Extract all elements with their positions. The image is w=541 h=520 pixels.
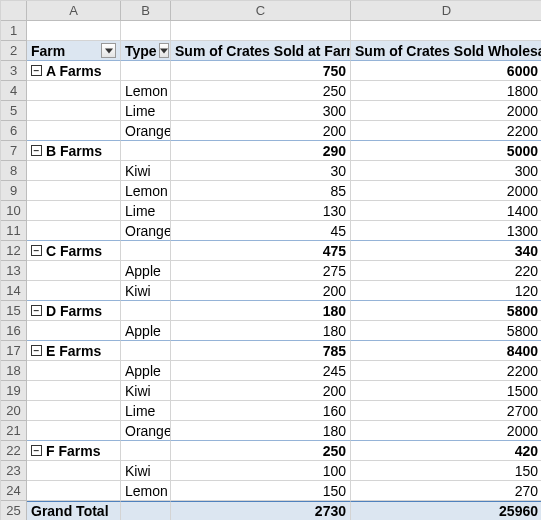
detail-sum-wholesale: 120 xyxy=(351,281,541,301)
detail-farm-empty[interactable] xyxy=(27,421,121,441)
group-name-cell[interactable]: −A Farms xyxy=(27,61,121,81)
row-header-15[interactable]: 15 xyxy=(1,301,27,321)
row-header-4[interactable]: 4 xyxy=(1,81,27,101)
row-header-8[interactable]: 8 xyxy=(1,161,27,181)
row-header-12[interactable]: 12 xyxy=(1,241,27,261)
group-sum-farm: 180 xyxy=(171,301,351,321)
detail-farm-empty[interactable] xyxy=(27,281,121,301)
row-header-10[interactable]: 10 xyxy=(1,201,27,221)
detail-type[interactable]: Lemon xyxy=(121,81,171,101)
row-header-19[interactable]: 19 xyxy=(1,381,27,401)
row-header-18[interactable]: 18 xyxy=(1,361,27,381)
detail-sum-farm: 160 xyxy=(171,401,351,421)
detail-sum-farm: 300 xyxy=(171,101,351,121)
pivot-header-type[interactable]: Type xyxy=(121,41,171,61)
group-name-cell[interactable]: −F Farms xyxy=(27,441,121,461)
detail-type[interactable]: Lime xyxy=(121,201,171,221)
col-header-A[interactable]: A xyxy=(27,1,121,21)
group-type-empty[interactable] xyxy=(121,241,171,261)
empty-cell[interactable] xyxy=(351,21,541,41)
detail-type[interactable]: Orange xyxy=(121,421,171,441)
group-name-cell[interactable]: −C Farms xyxy=(27,241,121,261)
detail-farm-empty[interactable] xyxy=(27,121,121,141)
detail-farm-empty[interactable] xyxy=(27,101,121,121)
row-header-23[interactable]: 23 xyxy=(1,461,27,481)
row-header-17[interactable]: 17 xyxy=(1,341,27,361)
detail-sum-farm: 30 xyxy=(171,161,351,181)
detail-farm-empty[interactable] xyxy=(27,201,121,221)
detail-type[interactable]: Lemon xyxy=(121,481,171,501)
col-header-D[interactable]: D xyxy=(351,1,541,21)
empty-cell[interactable] xyxy=(27,21,121,41)
group-sum-farm: 290 xyxy=(171,141,351,161)
detail-farm-empty[interactable] xyxy=(27,221,121,241)
row-header-22[interactable]: 22 xyxy=(1,441,27,461)
row-header-1[interactable]: 1 xyxy=(1,21,27,41)
col-header-B[interactable]: B xyxy=(121,1,171,21)
detail-farm-empty[interactable] xyxy=(27,381,121,401)
row-header-2[interactable]: 2 xyxy=(1,41,27,61)
select-all-corner[interactable] xyxy=(1,1,27,21)
detail-type[interactable]: Apple xyxy=(121,321,171,341)
empty-cell[interactable] xyxy=(121,21,171,41)
group-name-cell[interactable]: −E Farms xyxy=(27,341,121,361)
row-header-9[interactable]: 9 xyxy=(1,181,27,201)
collapse-icon-3[interactable]: − xyxy=(31,305,42,316)
detail-farm-empty[interactable] xyxy=(27,481,121,501)
detail-farm-empty[interactable] xyxy=(27,81,121,101)
empty-cell[interactable] xyxy=(171,21,351,41)
detail-farm-empty[interactable] xyxy=(27,321,121,341)
detail-type[interactable]: Orange xyxy=(121,121,171,141)
detail-type[interactable]: Lime xyxy=(121,401,171,421)
row-header-5[interactable]: 5 xyxy=(1,101,27,121)
group-type-empty[interactable] xyxy=(121,141,171,161)
detail-farm-empty[interactable] xyxy=(27,181,121,201)
row-header-7[interactable]: 7 xyxy=(1,141,27,161)
group-name-cell[interactable]: −B Farms xyxy=(27,141,121,161)
detail-type[interactable]: Apple xyxy=(121,261,171,281)
pivot-header-farm[interactable]: Farm xyxy=(27,41,121,61)
row-header-13[interactable]: 13 xyxy=(1,261,27,281)
group-type-empty[interactable] xyxy=(121,61,171,81)
col-header-C[interactable]: C xyxy=(171,1,351,21)
group-sum-wholesale: 6000 xyxy=(351,61,541,81)
filter-type-icon[interactable] xyxy=(159,43,169,58)
detail-farm-empty[interactable] xyxy=(27,461,121,481)
row-header-14[interactable]: 14 xyxy=(1,281,27,301)
collapse-icon-2[interactable]: − xyxy=(31,245,42,256)
row-header-3[interactable]: 3 xyxy=(1,61,27,81)
group-type-empty[interactable] xyxy=(121,301,171,321)
pivot-header-sum-wholesale: Sum of Crates Sold Wholesale xyxy=(351,41,541,61)
detail-type[interactable]: Kiwi xyxy=(121,281,171,301)
group-type-empty[interactable] xyxy=(121,341,171,361)
detail-farm-empty[interactable] xyxy=(27,361,121,381)
grand-total-label: Grand Total xyxy=(27,501,121,520)
row-header-25[interactable]: 25 xyxy=(1,501,27,520)
row-header-6[interactable]: 6 xyxy=(1,121,27,141)
detail-sum-farm: 180 xyxy=(171,321,351,341)
detail-farm-empty[interactable] xyxy=(27,261,121,281)
row-header-20[interactable]: 20 xyxy=(1,401,27,421)
detail-type[interactable]: Orange xyxy=(121,221,171,241)
pivot-header-type-label: Type xyxy=(125,43,157,59)
collapse-icon-4[interactable]: − xyxy=(31,345,42,356)
detail-type[interactable]: Lemon xyxy=(121,181,171,201)
group-type-empty[interactable] xyxy=(121,441,171,461)
row-header-21[interactable]: 21 xyxy=(1,421,27,441)
row-header-11[interactable]: 11 xyxy=(1,221,27,241)
row-header-16[interactable]: 16 xyxy=(1,321,27,341)
detail-farm-empty[interactable] xyxy=(27,401,121,421)
group-name-cell[interactable]: −D Farms xyxy=(27,301,121,321)
detail-sum-wholesale: 2200 xyxy=(351,361,541,381)
collapse-icon-5[interactable]: − xyxy=(31,445,42,456)
detail-type[interactable]: Apple xyxy=(121,361,171,381)
filter-farm-icon[interactable] xyxy=(101,43,116,58)
detail-farm-empty[interactable] xyxy=(27,161,121,181)
detail-type[interactable]: Lime xyxy=(121,101,171,121)
collapse-icon-0[interactable]: − xyxy=(31,65,42,76)
detail-type[interactable]: Kiwi xyxy=(121,461,171,481)
row-header-24[interactable]: 24 xyxy=(1,481,27,501)
detail-type[interactable]: Kiwi xyxy=(121,161,171,181)
detail-type[interactable]: Kiwi xyxy=(121,381,171,401)
collapse-icon-1[interactable]: − xyxy=(31,145,42,156)
